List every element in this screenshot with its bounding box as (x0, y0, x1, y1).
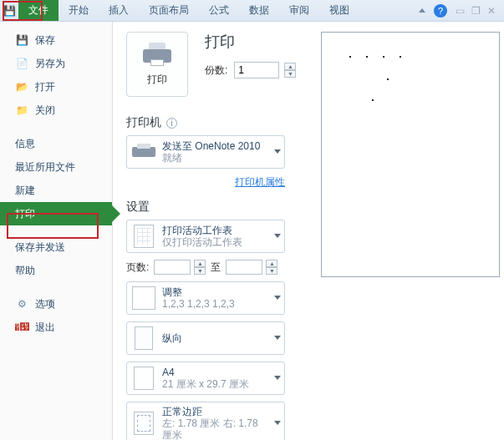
copies-down-icon[interactable]: ▼ (284, 70, 296, 78)
spin-down-icon[interactable]: ▼ (266, 267, 277, 275)
collate-icon (132, 286, 155, 310)
options-icon: ⚙ (15, 297, 28, 311)
chevron-down-icon (274, 336, 281, 340)
tab-home[interactable]: 开始 (59, 0, 99, 21)
copies-label: 份数: (205, 63, 227, 78)
orientation-main: 纵向 (162, 332, 182, 344)
chevron-down-icon (274, 149, 281, 154)
printer-icon (140, 43, 174, 68)
save-qat-icon[interactable]: 💾 (0, 0, 18, 21)
printer-status: 就绪 (162, 152, 260, 164)
printer-info-icon[interactable]: i (166, 118, 177, 129)
backstage-nav: 💾保存 📄另存为 📂打开 📁关闭 信息 最近所用文件 新建 打印 保存并发送 帮… (0, 22, 113, 440)
chevron-down-icon (274, 421, 281, 425)
save-icon: 💾 (15, 33, 28, 47)
nav-options-label: 选项 (35, 297, 55, 311)
paper-size-selector[interactable]: A421 厘米 x 29.7 厘米 (126, 362, 285, 395)
tab-page-layout[interactable]: 页面布局 (139, 0, 199, 21)
nav-exit[interactable]: �඗退出 (0, 316, 112, 339)
pages-to-spinner: ▲▼ (266, 260, 277, 275)
margins-selector[interactable]: 正常边距左: 1.78 厘米 右: 1.78 厘米 (126, 402, 285, 440)
pages-label: 页数: (126, 260, 149, 275)
nav-print-label: 打印 (15, 207, 35, 221)
nav-open[interactable]: 📂打开 (0, 75, 112, 99)
pages-row: 页数: ▲▼ 至 ▲▼ (126, 260, 313, 275)
nav-save[interactable]: 💾保存 (0, 28, 112, 52)
print-button-label: 打印 (147, 73, 167, 87)
margins-main: 正常边距 (162, 406, 269, 417)
nav-open-label: 打开 (35, 80, 55, 94)
window-restore-icon[interactable]: ❐ (471, 5, 481, 17)
collate-sub: 1,2,3 1,2,3 1,2,3 (162, 298, 235, 310)
nav-help-label: 帮助 (15, 264, 35, 278)
window-close-icon[interactable]: ✕ (487, 5, 496, 17)
spin-up-icon[interactable]: ▲ (194, 260, 206, 267)
print-title: 打印 (205, 32, 296, 52)
tab-review[interactable]: 审阅 (279, 0, 319, 21)
pages-to-label: 至 (211, 260, 221, 275)
nav-new[interactable]: 新建 (0, 179, 112, 202)
ribbon-tabs: 💾 文件 开始 插入 页面布局 公式 数据 审阅 视图 (0, 0, 359, 21)
chevron-down-icon (274, 296, 281, 300)
nav-savesend-label: 保存并发送 (15, 240, 65, 255)
collate-selector[interactable]: 调整1,2,3 1,2,3 1,2,3 (126, 281, 285, 315)
save-as-icon: 📄 (15, 57, 28, 70)
settings-heading: 设置 (126, 200, 150, 215)
nav-close[interactable]: 📁关闭 (0, 99, 112, 122)
chevron-down-icon (274, 234, 281, 238)
chevron-down-icon (274, 376, 281, 380)
printer-selector[interactable]: 发送至 OneNote 2010就绪 (126, 135, 285, 169)
copies-up-icon[interactable]: ▲ (284, 63, 296, 70)
collate-main: 调整 (162, 286, 235, 298)
printer-properties-link[interactable]: 打印机属性 (235, 176, 285, 188)
margins-icon (132, 412, 155, 435)
nav-saveas-label: 另存为 (35, 57, 65, 71)
nav-recent[interactable]: 最近所用文件 (0, 155, 112, 179)
nav-save-send[interactable]: 保存并发送 (0, 235, 112, 259)
spin-down-icon[interactable]: ▼ (194, 267, 206, 275)
paper-icon (132, 367, 155, 390)
tab-formulas[interactable]: 公式 (199, 0, 239, 21)
orientation-selector[interactable]: 纵向 (126, 321, 285, 355)
nav-close-label: 关闭 (35, 104, 55, 118)
copies-spinner: ▲ ▼ (284, 63, 296, 78)
nav-exit-label: 退出 (35, 321, 55, 335)
print-what-sub: 仅打印活动工作表 (162, 236, 242, 248)
spin-up-icon[interactable]: ▲ (266, 260, 277, 267)
tab-insert[interactable]: 插入 (99, 0, 139, 21)
nav-info[interactable]: 信息 (0, 132, 112, 155)
ribbon: 💾 文件 开始 插入 页面布局 公式 数据 审阅 视图 ? ▭ ❐ ✕ (0, 0, 504, 22)
print-button[interactable]: 打印 (126, 32, 188, 97)
print-panel: 打印 打印 份数: ▲ ▼ 打印机i 发送至 OneNote 2010就绪 打印… (113, 22, 313, 440)
paper-sub: 21 厘米 x 29.7 厘米 (162, 378, 249, 390)
pages-from-spinner: ▲▼ (194, 260, 206, 275)
nav-save-label: 保存 (35, 33, 55, 48)
printer-heading: 打印机 (126, 115, 161, 130)
orientation-icon (132, 326, 155, 350)
ribbon-right: ? ▭ ❐ ✕ (419, 0, 504, 21)
tab-data[interactable]: 数据 (239, 0, 279, 21)
printer-name: 发送至 OneNote 2010 (162, 140, 260, 152)
minimize-ribbon-icon[interactable] (419, 8, 425, 13)
nav-new-label: 新建 (15, 184, 35, 198)
print-what-selector[interactable]: 打印活动工作表仅打印活动工作表 (126, 220, 285, 253)
copies-input[interactable] (234, 62, 279, 78)
print-preview-pane (313, 22, 504, 440)
exit-icon: �඗ (15, 321, 28, 334)
window-minimize-icon[interactable]: ▭ (456, 5, 465, 17)
pages-to-input[interactable] (226, 260, 262, 275)
preview-page (321, 32, 500, 277)
open-icon: 📂 (15, 80, 28, 94)
nav-print[interactable]: 打印 (0, 202, 112, 225)
pages-from-input[interactable] (154, 260, 191, 275)
window-controls: ▭ ❐ ✕ (456, 5, 496, 17)
tab-file[interactable]: 文件 (18, 0, 59, 21)
copies-row: 份数: ▲ ▼ (205, 62, 296, 78)
nav-info-label: 信息 (15, 137, 35, 151)
nav-save-as[interactable]: 📄另存为 (0, 52, 112, 75)
nav-help[interactable]: 帮助 (0, 259, 112, 282)
printer-small-icon (132, 140, 155, 164)
tab-view[interactable]: 视图 (319, 0, 359, 21)
nav-options[interactable]: ⚙选项 (0, 292, 112, 316)
help-icon[interactable]: ? (434, 4, 447, 18)
